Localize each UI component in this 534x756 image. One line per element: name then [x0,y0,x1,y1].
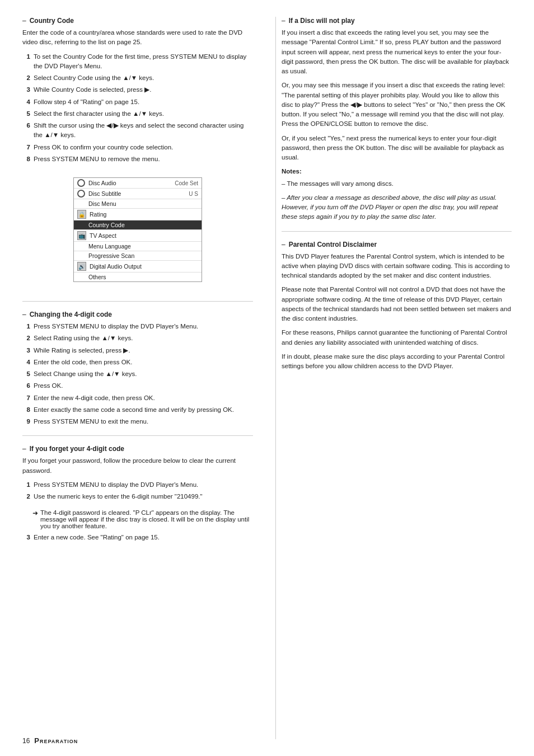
disc-audio-icon [77,179,85,187]
menu-row-disc-menu: Disc Menu [74,199,202,209]
step-item: 2Select Rating using the ▲/▼ keys. [22,334,253,343]
forget-code-heading: If you forget your 4-digit code [22,445,253,453]
changing-code-steps: 1Press SYSTEM MENU to display the DVD Pl… [22,322,253,426]
step-item: 2Use the numeric keys to enter the 6-dig… [22,492,253,501]
step-item: 9Press SYSTEM MENU to exit the menu. [22,417,253,426]
step-item: 5Select the first character using the ▲/… [22,109,253,119]
parental-disclaimer-heading: Parental Control Disclaimer [282,241,512,248]
step-item: 3While Country Code is selected, press ▶… [22,85,253,95]
note-2: – After you clear a message as described… [282,193,512,222]
menu-row-country-code: Country Code [74,220,202,230]
disc-para-2: Or, you may see this message if you inse… [282,81,512,129]
step-item: 8Enter exactly the same code a second ti… [22,405,253,415]
right-column: If a Disc will not play If you insert a … [275,17,512,739]
arrow-icon: ➜ [32,509,38,529]
progressive-scan-label: Progressive Scan [88,252,198,259]
disc-para-1: If you insert a disc that exceeds the ra… [282,28,512,76]
step-item: 4Follow step 4 of "Rating" on page 15. [22,97,253,107]
page-number: 16 [22,737,30,745]
tv-aspect-label: TV Aspect [90,232,198,239]
menu-row-disc-subtitle: Disc Subtitle U S [74,189,202,199]
disc-subtitle-icon [77,190,85,198]
step-item: 7Enter the new 4-digit code, then press … [22,393,253,403]
tv-icon: 📺 [77,231,86,240]
menu-row-tv-aspect: 📺 TV Aspect [74,230,202,242]
menu-row-disc-audio: Disc Audio Code Set [74,178,202,189]
menu-row-rating: 🔒 Rating [74,209,202,220]
menu-row-menu-language: Menu Language [74,242,202,251]
step-item: 3Enter a new code. See "Rating" on page … [22,533,253,542]
page-title: Preparation [34,736,78,745]
forget-code-steps: 1Press SYSTEM MENU to display the DVD Pl… [22,480,253,502]
disc-audio-code: Code Set [175,180,198,186]
digital-audio-icon: 🔊 [77,262,86,271]
parental-disclaimer-section: Parental Control Disclaimer This DVD Pla… [282,241,512,372]
disc-subtitle-code: U S [189,191,198,197]
country-code-menu-label: Country Code [88,222,198,228]
disclaimer-para-1: This DVD Player features the Parental Co… [282,252,512,281]
step-item: 1To set the Country Code for the first t… [22,52,253,72]
disclaimer-para-2: Please note that Parental Control will n… [282,285,512,323]
divider-2 [22,435,253,436]
notes-label: Notes: [282,167,512,176]
country-code-section: Country Code Enter the code of a country… [22,17,253,164]
disc-subtitle-label: Disc Subtitle [88,190,185,197]
menu-language-label: Menu Language [88,243,198,250]
divider-1 [22,301,253,302]
arrow-note: ➜ The 4-digit password is cleared. "P CL… [32,509,253,529]
forget-code-intro: If you forget your password, follow the … [22,456,253,476]
step-item: 7Press OK to confirm your country code s… [22,143,253,152]
step-item: 2Select Country Code using the ▲/▼ keys. [22,73,253,83]
step-item: 4Enter the old code, then press OK. [22,358,253,367]
forget-code-section: If you forget your 4-digit code If you f… [22,445,253,542]
step-item: 8Press SYSTEM MENU to remove the menu. [22,154,253,164]
country-code-steps: 1To set the Country Code for the first t… [22,52,253,165]
arrow-note-text: The 4-digit password is cleared. "P CLr"… [40,509,253,529]
forget-code-steps2: 3Enter a new code. See "Rating" on page … [22,533,253,542]
step-item: 6Shift the cursor using the ◀/▶ keys and… [22,121,253,140]
changing-code-section: Changing the 4-digit code 1Press SYSTEM … [22,311,253,426]
right-divider-1 [282,231,512,232]
others-label: Others [88,274,198,280]
digital-audio-label: Digital Audio Output [90,263,198,270]
menu-diagram-container: Disc Audio Code Set Disc Subtitle U S Di… [22,172,253,292]
step-item: 1Press SYSTEM MENU to display the DVD Pl… [22,322,253,331]
menu-row-digital-audio: 🔊 Digital Audio Output [74,261,202,273]
disc-will-not-play-section: If a Disc will not play If you insert a … [282,17,512,222]
step-item: 1Press SYSTEM MENU to display the DVD Pl… [22,480,253,490]
rating-label: Rating [90,211,198,218]
country-code-intro: Enter the code of a country/area whose s… [22,28,253,48]
disc-menu-label: Disc Menu [88,200,198,207]
disc-will-not-play-heading: If a Disc will not play [282,17,512,25]
note-1: – The messages will vary among discs. [282,179,512,189]
step-item: 5Select Change using the ▲/▼ keys. [22,369,253,379]
disc-para-3: Or, if you select "Yes," next press the … [282,134,512,163]
step-item: 6Press OK. [22,381,253,391]
dvd-menu-diagram: Disc Audio Code Set Disc Subtitle U S Di… [73,177,202,282]
disclaimer-para-3: For these reasons, Philips cannot guaran… [282,328,512,348]
country-code-heading: Country Code [22,17,253,25]
disc-audio-label: Disc Audio [88,180,171,186]
page-footer: 16 Preparation [22,736,78,745]
disclaimer-para-4: If in doubt, please make sure the disc p… [282,352,512,372]
changing-code-heading: Changing the 4-digit code [22,311,253,318]
step-item: 3While Rating is selected, press ▶. [22,346,253,355]
lock-icon: 🔒 [77,210,86,219]
menu-row-progressive-scan: Progressive Scan [74,251,202,261]
left-column: Country Code Enter the code of a country… [22,17,259,739]
menu-row-others: Others [74,273,202,281]
